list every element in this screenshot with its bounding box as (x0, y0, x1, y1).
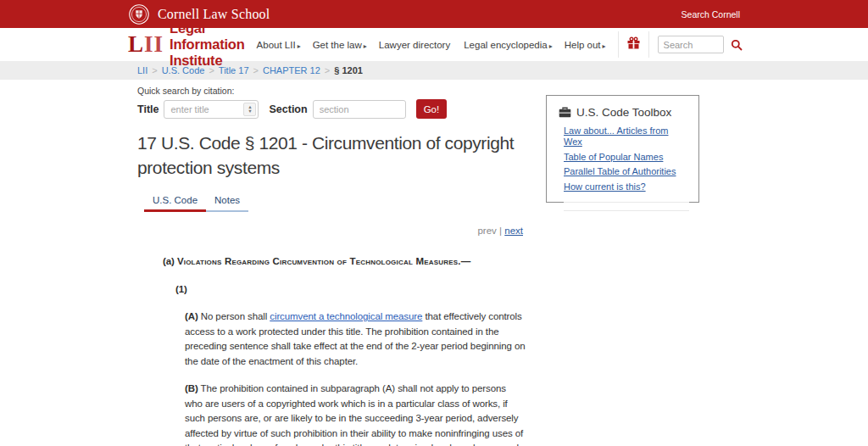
toolbox-title-row: U.S. Code Toolbox (559, 106, 688, 119)
main-nav: About LII▸ Get the law▸ Lawyer directory… (245, 31, 743, 58)
breadcrumb-chapter-12[interactable]: CHAPTER 12 (263, 65, 320, 75)
nav-about-lii[interactable]: About LII▸ (257, 40, 301, 50)
breadcrumb: LII > U.S. Code > Title 17 > CHAPTER 12 … (128, 61, 740, 80)
lii-logo-ii: II (144, 31, 164, 57)
subparagraph-b: (B) The prohibition contained in subpara… (185, 382, 526, 446)
title-field-label: Title (137, 103, 159, 115)
us-code-toolbox: U.S. Code Toolbox Law about... Articles … (546, 95, 699, 203)
toolbox-link-popular-names[interactable]: Table of Popular Names (564, 152, 663, 163)
breadcrumb-separator: > (325, 65, 330, 75)
caret-right-icon: ▸ (603, 42, 606, 50)
gift-icon[interactable] (618, 31, 649, 58)
briefcase-icon (559, 107, 571, 118)
lii-logo-l: L (128, 31, 144, 57)
cornell-school-name[interactable]: Cornell Law School (158, 7, 270, 22)
toolbox-link-parallel-table[interactable]: Parallel Table of Authorities (564, 166, 676, 177)
toolbox-divider (564, 202, 689, 203)
section-field-label: Section (269, 103, 307, 115)
caret-right-icon: ▸ (298, 42, 301, 50)
paragraph-1-label: (1) (175, 282, 552, 298)
content-area: Quick search by citation: Title ▲▼ Secti… (128, 80, 740, 446)
nav-lawyer-directory[interactable]: Lawyer directory (379, 40, 452, 50)
breadcrumb-separator: > (253, 65, 259, 75)
section-input[interactable] (313, 100, 406, 119)
nav-get-the-law[interactable]: Get the law▸ (313, 40, 367, 50)
subparagraph-a: (A) No person shall circumvent a technol… (185, 309, 526, 369)
pager-separator: | (499, 226, 502, 236)
breadcrumb-us-code[interactable]: U.S. Code (162, 65, 205, 75)
caret-right-icon: ▸ (549, 42, 553, 50)
lii-header: LII Legal Information Institute About LI… (0, 28, 868, 61)
search-cornell-link[interactable]: Search Cornell (682, 9, 740, 20)
tab-bar: U.S. Code Notes (144, 192, 552, 212)
section-a-heading: (a) Violations Regarding Circumvention o… (163, 254, 552, 270)
nav-help-out[interactable]: Help out▸ (565, 40, 606, 50)
page-title: 17 U.S. Code § 1201 - Circumvention of c… (137, 131, 561, 180)
breadcrumb-separator: > (209, 65, 214, 75)
next-link[interactable]: next (504, 226, 523, 236)
tab-us-code[interactable]: U.S. Code (144, 192, 206, 212)
breadcrumb-current: § 1201 (334, 65, 363, 75)
tab-notes[interactable]: Notes (206, 192, 248, 212)
caret-right-icon: ▸ (364, 42, 367, 50)
header-search-input[interactable] (658, 36, 724, 53)
circumvent-link[interactable]: circumvent a technological measure (270, 311, 422, 321)
nav-legal-encyclopedia[interactable]: Legal encyclopedia▸ (464, 40, 552, 50)
breadcrumb-lii[interactable]: LII (137, 65, 147, 75)
header-search (658, 36, 743, 53)
title-stepper[interactable]: ▲▼ (243, 103, 256, 116)
breadcrumb-separator: > (152, 65, 157, 75)
toolbox-title: U.S. Code Toolbox (576, 106, 671, 119)
prev-next-pager: prev | next (137, 226, 523, 236)
prev-link[interactable]: prev (477, 226, 496, 236)
toolbox-link-how-current[interactable]: How current is this? (564, 181, 646, 192)
toolbox-divider (564, 210, 689, 211)
main-column: 17 U.S. Code § 1201 - Circumvention of c… (128, 131, 552, 446)
go-button[interactable]: Go! (416, 99, 448, 119)
toolbox-link-wex[interactable]: Law about... Articles from Wex (564, 125, 688, 148)
statute-text: (a) Violations Regarding Circumvention o… (137, 254, 552, 446)
breadcrumb-title-17[interactable]: Title 17 (219, 65, 249, 75)
search-icon[interactable] (731, 39, 743, 51)
breadcrumb-bar: LII > U.S. Code > Title 17 > CHAPTER 12 … (0, 61, 868, 80)
